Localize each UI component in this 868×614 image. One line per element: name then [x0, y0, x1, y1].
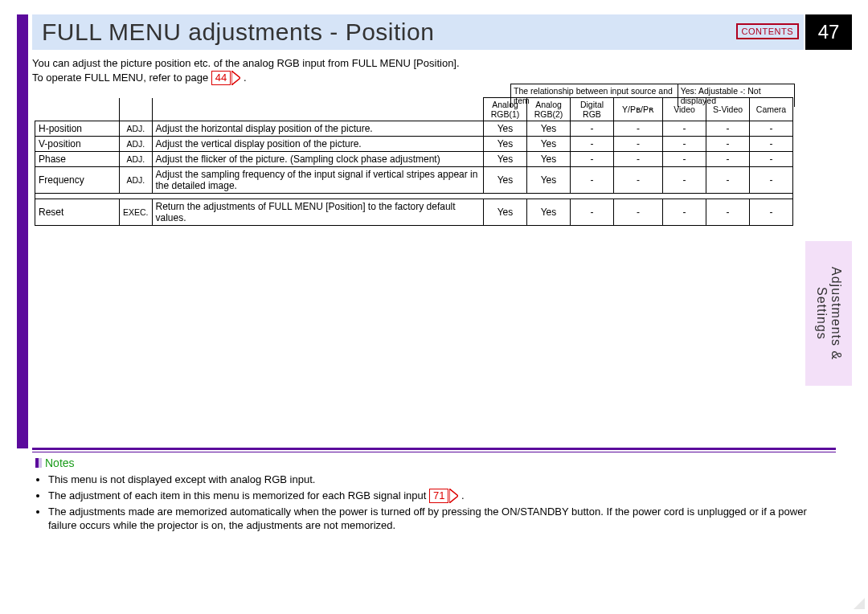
notes-title: Notes: [35, 456, 828, 469]
notes-icon: [35, 458, 42, 468]
table-row: V-positionADJ.Adjust the vertical displa…: [35, 137, 793, 152]
left-purple-stripe: [17, 14, 28, 448]
note-item: The adjustment of each item in this menu…: [48, 489, 828, 503]
title-bar: FULL MENU adjustments - Position CONTENT…: [32, 14, 804, 50]
table-header-row: Analog RGB(1) Analog RGB(2) Digital RGB …: [35, 98, 793, 121]
table-row: H-positionADJ.Adjust the horizontal disp…: [35, 121, 793, 137]
note-item: The adjustments made are memorized autom…: [48, 505, 828, 533]
note-item: This menu is not displayed except with a…: [48, 473, 828, 487]
page-number: 47: [805, 14, 852, 50]
divider: [32, 448, 836, 452]
side-tab-adjustments[interactable]: Adjustments & Settings: [805, 241, 852, 386]
right-arrow-icon: [449, 489, 458, 503]
page-ref-71[interactable]: 71: [429, 489, 458, 503]
intro-text: You can adjust the picture position etc.…: [32, 56, 796, 85]
page-title: FULL MENU adjustments - Position: [32, 18, 434, 46]
table-row: FrequencyADJ.Adjust the sampling frequen…: [35, 167, 793, 194]
table-row: ResetEXEC.Return the adjustments of FULL…: [35, 199, 793, 226]
page-corner-icon: [854, 598, 865, 609]
adjustments-table: Analog RGB(1) Analog RGB(2) Digital RGB …: [35, 97, 793, 226]
right-arrow-icon: [231, 71, 240, 85]
notes-section: Notes This menu is not displayed except …: [35, 456, 828, 534]
page-ref-44[interactable]: 44: [211, 71, 240, 85]
table-row: PhaseADJ.Adjust the flicker of the pictu…: [35, 152, 793, 167]
intro-line-1: You can adjust the picture position etc.…: [32, 56, 796, 71]
contents-button[interactable]: CONTENTS: [736, 23, 800, 39]
